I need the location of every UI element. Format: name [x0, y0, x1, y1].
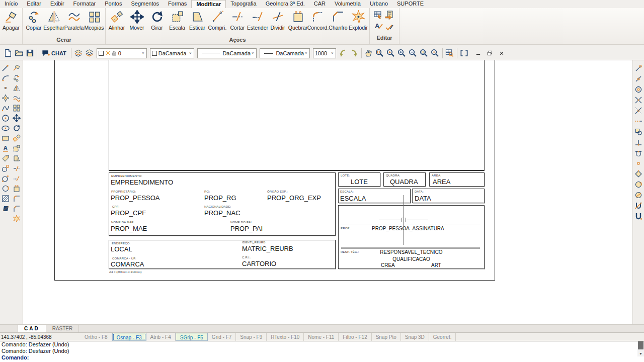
color-combo[interactable]: DaCamada ˅ — [150, 48, 194, 58]
menu-exibir[interactable]: Exibir — [46, 0, 69, 8]
layer-combo-arrow-icon[interactable]: ˅ — [141, 51, 145, 55]
osnap-quadrant[interactable] — [633, 169, 643, 179]
table-select-button[interactable] — [374, 11, 383, 20]
osnap-settings[interactable] — [633, 211, 643, 221]
zoom-window-button[interactable] — [374, 48, 385, 59]
cortar-tool[interactable] — [12, 163, 22, 173]
ellipse-tool[interactable] — [1, 123, 11, 133]
menu-segmentos[interactable]: Segmentos — [126, 0, 164, 8]
toggle-filtro[interactable]: Filtro - F12 — [339, 333, 371, 341]
lineweight-combo[interactable]: DaCamada ˅ — [260, 48, 310, 58]
mover-tool[interactable] — [12, 113, 22, 123]
osnap-node[interactable] — [633, 158, 643, 168]
toggle-snap-3d[interactable]: Snap 3D — [401, 333, 429, 341]
girar-button[interactable]: Girar — [147, 9, 167, 36]
osnap-center[interactable] — [633, 84, 643, 95]
menu-pontos[interactable]: Pontos — [100, 0, 126, 8]
minimize-button[interactable] — [475, 50, 482, 57]
menu-editar[interactable]: Editar — [22, 0, 46, 8]
paralela-button[interactable]: Paralela — [64, 9, 84, 36]
escala-button[interactable]: Escala — [167, 9, 187, 36]
osnap-insert[interactable] — [633, 127, 643, 137]
undo-button[interactable] — [338, 48, 349, 59]
layer-combo[interactable]: 0 ˅ — [97, 48, 147, 58]
rectangle-tool[interactable] — [1, 133, 11, 143]
toggle-nome[interactable]: Nome - F11 — [304, 333, 339, 341]
quebrar-button[interactable]: Quebrar — [288, 9, 308, 36]
espelhar-button[interactable]: Espelhar — [44, 9, 64, 36]
toggle-rtexto[interactable]: RTexto - F10 — [267, 333, 304, 341]
menu-volumetria[interactable]: Volumetria — [330, 0, 365, 8]
osnap-intersection[interactable] — [633, 95, 643, 105]
doc-export-button[interactable] — [385, 11, 394, 20]
hatch-tool[interactable] — [1, 194, 11, 204]
scrollbar-thumb[interactable] — [638, 341, 643, 349]
toggle-grid[interactable]: Grid - F7 — [208, 333, 236, 341]
apagar-tool[interactable] — [12, 63, 22, 73]
osnap-midpoint[interactable] — [633, 74, 643, 84]
toggle-snap[interactable]: Snap - F9 — [236, 333, 267, 341]
layers-button[interactable] — [73, 48, 84, 59]
save-button[interactable] — [24, 48, 35, 59]
mcopias-tool[interactable] — [12, 103, 22, 113]
text-tool[interactable]: A — [1, 143, 11, 153]
estender-button[interactable]: Estender — [248, 9, 268, 36]
toggle-atrib[interactable]: Atrib - F4 — [146, 333, 176, 341]
dividir-button[interactable]: Dividir — [268, 9, 288, 36]
spline-tool[interactable] — [1, 103, 11, 113]
text-edit-button[interactable]: A — [374, 22, 383, 31]
menu-formatar[interactable]: Formatar — [69, 0, 101, 8]
toggle-sgrip[interactable]: SGrip - F5 — [176, 333, 208, 341]
zoom-in-button[interactable] — [396, 48, 408, 59]
mcopias-button[interactable]: Mcopias — [84, 9, 104, 36]
quebrar-tool[interactable] — [12, 184, 22, 194]
command-scrollbar[interactable]: ▼ — [637, 341, 644, 356]
osnap-gcenter[interactable] — [633, 179, 643, 190]
menu-modificar-active[interactable]: Modificar — [191, 0, 226, 8]
menu-suporte[interactable]: SUPORTE — [392, 0, 428, 8]
line-tool[interactable] — [1, 63, 11, 73]
scale-combo[interactable]: 1000 ˅ — [313, 48, 336, 58]
command-prompt[interactable]: Comando: — [0, 354, 644, 361]
toggle-georref[interactable]: Georref. — [429, 333, 456, 341]
espelhar-tool[interactable] — [12, 83, 22, 93]
zoom-extents-button[interactable] — [430, 48, 441, 59]
scroll-down-arrow-icon[interactable]: ▼ — [638, 351, 643, 356]
chat-button[interactable]: CHAT — [39, 48, 69, 59]
linetype-combo[interactable]: DaCamada ˅ — [197, 48, 257, 58]
explodir-tool[interactable] — [12, 214, 22, 224]
circle-tangent-tool[interactable] — [1, 163, 11, 173]
redo-button[interactable] — [349, 48, 360, 59]
point-tool[interactable] — [1, 83, 11, 93]
scale-combo-arrow-icon[interactable]: ˅ — [330, 51, 335, 55]
props-edit-button[interactable] — [385, 22, 394, 31]
table-zoom-button[interactable] — [444, 48, 455, 59]
circle-3p-tool[interactable] — [1, 184, 11, 194]
concord-tool[interactable] — [12, 194, 22, 204]
toggle-osnap[interactable]: Osnap - F3 — [112, 333, 146, 341]
concord-button[interactable]: Concord. — [308, 9, 328, 36]
osnap-apparent[interactable] — [633, 106, 643, 116]
mover-button[interactable]: Mover — [127, 9, 147, 36]
menu-topografia[interactable]: Topografia — [226, 0, 261, 8]
zoom-out-button[interactable] — [408, 48, 419, 59]
label-tool[interactable] — [1, 153, 11, 163]
close-button[interactable] — [498, 50, 505, 57]
circle-2p-tool[interactable] — [1, 173, 11, 184]
apagar-button[interactable]: Apagar — [1, 9, 21, 42]
osnap-tangent[interactable] — [633, 148, 643, 158]
compri-button[interactable]: Compri. — [207, 9, 227, 36]
osnap-extension[interactable] — [633, 116, 643, 126]
menu-geoincra[interactable]: GeoIncra 3ª Ed. — [261, 0, 309, 8]
menu-formas[interactable]: Formas — [164, 0, 191, 8]
osnap-perpendicular[interactable] — [633, 137, 643, 147]
alinhar-tool[interactable] — [12, 133, 22, 143]
copiar-button[interactable]: Copiar — [24, 9, 44, 36]
girar-tool[interactable] — [12, 123, 22, 133]
toggle-snap-pto[interactable]: Snap Pto — [372, 333, 401, 341]
escala-tool[interactable] — [12, 143, 22, 153]
menu-urbano[interactable]: Urbano — [365, 0, 392, 8]
osnap-endpoint[interactable] — [633, 63, 643, 73]
color-combo-arrow-icon[interactable]: ˅ — [188, 51, 193, 55]
viewport-button[interactable] — [459, 48, 470, 59]
